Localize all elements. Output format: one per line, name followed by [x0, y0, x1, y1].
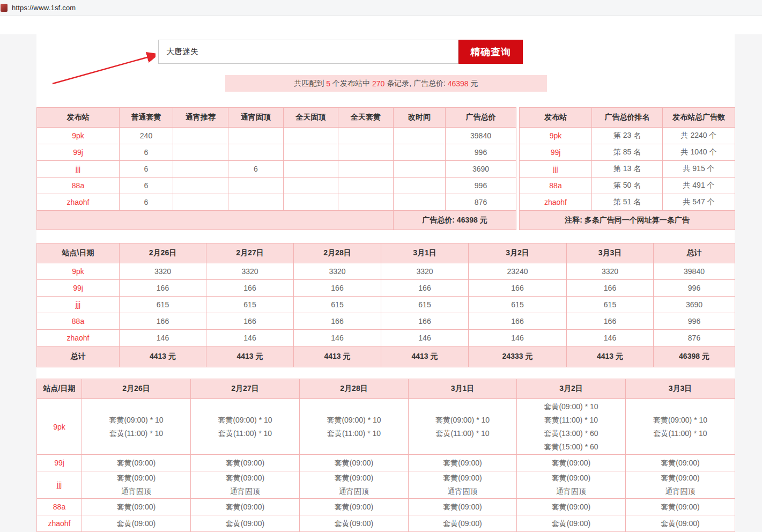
site-cell[interactable]: zhaohf — [37, 515, 82, 532]
value-cell — [173, 144, 228, 161]
value-cell — [394, 128, 446, 144]
site-cell[interactable]: 99j — [37, 144, 120, 161]
schedule-cell: 套黄(09:00)通宵固顶 — [409, 471, 517, 499]
value-cell — [394, 144, 446, 161]
schedule-line: 套黄(09:00) — [82, 517, 190, 530]
schedule-line: 套黄(09:00) — [517, 456, 625, 470]
schedule-line: 套黄(11:00) * 10 — [191, 427, 299, 440]
ad-count-cell: 共 1040 个 — [663, 144, 735, 161]
schedule-line: 套黄(09:00) — [191, 517, 299, 530]
schedule-line: 套黄(09:00) — [191, 456, 299, 470]
site-cell[interactable]: zhaohf — [37, 194, 120, 211]
totals-value-cell: 4413 元 — [294, 346, 381, 367]
column-header: 3月1日 — [409, 379, 517, 399]
schedule-cell: 套黄(09:00) — [300, 515, 409, 532]
value-cell: 146 — [381, 330, 469, 346]
site-cell[interactable]: 88a — [520, 178, 592, 194]
column-header: 2月28日 — [294, 243, 381, 263]
schedule-cell: 套黄(09:00)通宵固顶 — [626, 471, 735, 499]
content-card: 精确查询 共匹配到 5 个发布站中 270 条记录, 广告总价: 46398 元… — [36, 34, 735, 532]
site-cell[interactable]: 9pk — [37, 128, 120, 144]
value-cell: 146 — [120, 330, 206, 346]
table-row: zhaohf套黄(09:00)套黄(09:00)套黄(09:00)套黄(09:0… — [37, 515, 735, 532]
value-cell: 6 — [120, 144, 173, 161]
value-cell — [173, 194, 228, 211]
value-cell: 166 — [206, 313, 294, 330]
value-cell: 996 — [654, 280, 735, 297]
schedule-cell: 套黄(09:00) — [517, 455, 626, 471]
value-cell: 615 — [206, 297, 294, 313]
column-header: 2月27日 — [191, 379, 300, 399]
browser-topbar: https://www.1sf.com — [0, 0, 762, 16]
value-cell: 6 — [120, 161, 173, 178]
site-cell[interactable]: jjj — [37, 471, 82, 499]
column-header: 广告总价 — [446, 108, 516, 128]
schedule-line: 套黄(09:00) * 10 — [409, 413, 516, 427]
schedule-cell: 套黄(09:00) — [626, 455, 735, 471]
value-cell: 876 — [446, 194, 516, 211]
table-row: 9pk332033203320332023240332039840 — [37, 263, 735, 280]
schedule-cell: 套黄(09:00) * 10套黄(11:00) * 10 — [82, 399, 191, 455]
column-header: 3月2日 — [517, 379, 626, 399]
site-cell[interactable]: zhaohf — [37, 330, 120, 346]
site-cell[interactable]: jjj — [37, 161, 120, 178]
column-header: 3月3日 — [567, 243, 654, 263]
value-cell: 166 — [381, 280, 469, 297]
site-cell[interactable]: 99j — [37, 280, 120, 297]
schedule-line: 套黄(09:00) — [626, 517, 735, 530]
summary-total-price: 46398 — [448, 79, 469, 88]
value-cell: 615 — [567, 297, 654, 313]
page-background: 精确查询 共匹配到 5 个发布站中 270 条记录, 广告总价: 46398 元… — [0, 17, 762, 532]
schedule-line: 套黄(09:00) — [626, 500, 735, 514]
column-header: 通宵推荐 — [173, 108, 228, 128]
value-cell: 996 — [654, 313, 735, 330]
rank-cell: 第 85 名 — [592, 144, 663, 161]
site-cell[interactable]: jjj — [520, 161, 592, 178]
site-cell[interactable]: 9pk — [37, 263, 120, 280]
schedule-line: 套黄(09:00) — [409, 471, 516, 485]
ad-count-cell: 共 491 个 — [663, 178, 735, 194]
schedule-cell: 套黄(09:00) * 10套黄(11:00) * 10 — [626, 399, 735, 455]
site-cell[interactable]: 99j — [37, 455, 82, 471]
schedule-line: 套黄(09:00) — [300, 471, 408, 485]
value-cell — [394, 178, 446, 194]
site-cell[interactable]: 99j — [520, 144, 592, 161]
match-summary: 共匹配到 5 个发布站中 270 条记录, 广告总价: 46398 元 — [225, 75, 547, 92]
schedule-line: 套黄(09:00) — [409, 456, 516, 470]
address-bar-url[interactable]: https://www.1sf.com — [12, 4, 76, 12]
value-cell: 6 — [228, 161, 284, 178]
schedule-line: 套黄(11:00) * 10 — [626, 427, 735, 440]
schedule-cell: 套黄(09:00) * 10套黄(11:00) * 10 — [409, 399, 517, 455]
value-cell: 166 — [567, 280, 654, 297]
site-cell[interactable]: 88a — [37, 313, 120, 330]
value-cell: 3320 — [206, 263, 294, 280]
value-cell: 996 — [446, 178, 516, 194]
schedule-cell: 套黄(09:00) * 10套黄(11:00) * 10套黄(13:00) * … — [517, 399, 626, 455]
value-cell — [338, 128, 394, 144]
schedule-line: 套黄(09:00) — [626, 456, 735, 470]
site-cell[interactable]: 9pk — [520, 128, 592, 144]
site-cell[interactable]: jjj — [37, 297, 120, 313]
table-row: jjj第 13 名共 915 个 — [520, 161, 735, 178]
table-row: 88a166166166166166166996 — [37, 313, 735, 330]
schedule-cell: 套黄(09:00)通宵固顶 — [517, 471, 626, 499]
site-cell[interactable]: 88a — [37, 499, 82, 515]
value-cell: 3320 — [294, 263, 381, 280]
note-row: 注释: 多条广告同一个网址算一条广告 — [520, 211, 735, 230]
site-cell[interactable]: zhaohf — [520, 194, 592, 211]
column-header: 全天固顶 — [284, 108, 338, 128]
site-cell[interactable]: 9pk — [37, 399, 82, 455]
site-cell[interactable]: 88a — [37, 178, 120, 194]
search-input[interactable] — [158, 40, 458, 64]
schedule-cell: 套黄(09:00) * 10套黄(11:00) * 10 — [191, 399, 300, 455]
schedule-cell: 套黄(09:00) — [300, 499, 409, 515]
schedule-line: 通宵固顶 — [82, 485, 190, 498]
value-cell: 166 — [294, 280, 381, 297]
schedule-cell: 套黄(09:00)通宵固顶 — [82, 471, 191, 499]
search-button[interactable]: 精确查询 — [458, 40, 523, 64]
totals-value-cell: 4413 元 — [120, 346, 206, 367]
value-cell: 146 — [294, 330, 381, 346]
table-row: 99j166166166166166166996 — [37, 280, 735, 297]
table-row: 9pk24039840 — [37, 128, 516, 144]
page-top-band — [0, 17, 762, 34]
